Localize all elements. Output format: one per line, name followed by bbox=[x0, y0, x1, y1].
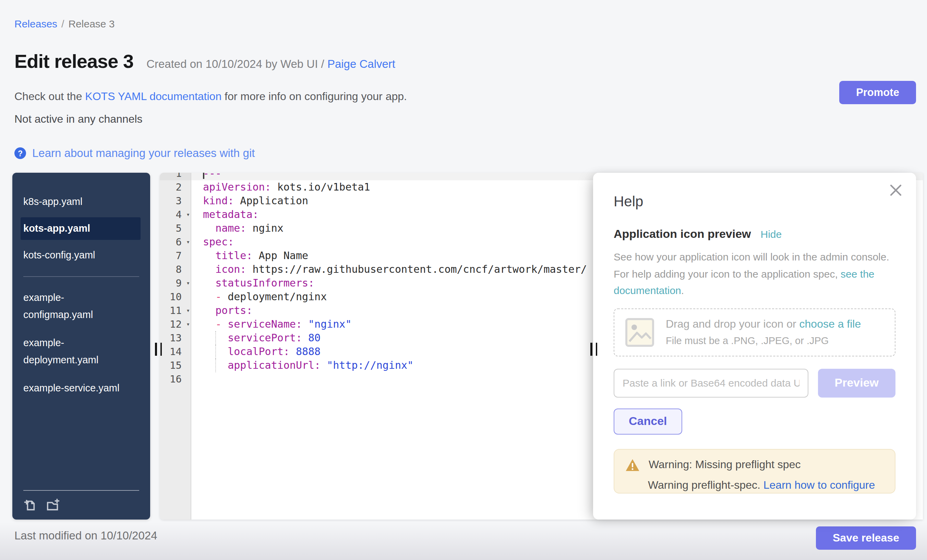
fold-arrow-icon[interactable]: ▾ bbox=[186, 235, 190, 249]
created-info: Created on 10/10/2024 by Web UI / Paige … bbox=[146, 58, 395, 71]
preflight-warning: Warning: Missing preflight spec Warning … bbox=[614, 449, 895, 493]
dropzone-text: Drag and drop your icon or choose a file bbox=[666, 318, 861, 330]
sidebar-resize-handle[interactable] bbox=[155, 343, 162, 356]
hide-link[interactable]: Hide bbox=[761, 228, 782, 240]
line-number-6: 6▾ bbox=[160, 235, 191, 249]
line-number-10: 10 bbox=[160, 290, 191, 304]
breadcrumb-releases-link[interactable]: Releases bbox=[14, 18, 57, 29]
page-title: Edit release 3 bbox=[14, 51, 133, 73]
warning-title: Warning: Missing preflight spec bbox=[649, 458, 801, 471]
breadcrumb-separator: / bbox=[61, 18, 64, 29]
docs-line: Check out the KOTS YAML documentation fo… bbox=[14, 91, 407, 103]
git-releases-link[interactable]: ? Learn about managing your releases wit… bbox=[14, 147, 255, 160]
fold-arrow-icon[interactable]: ▾ bbox=[186, 276, 190, 290]
help-panel-resize-handle[interactable] bbox=[590, 343, 597, 356]
warning-triangle-icon bbox=[625, 458, 640, 471]
line-number-8: 8 bbox=[160, 263, 191, 276]
file-list: k8s-app.yamlkots-app.yamlkots-config.yam… bbox=[12, 173, 150, 402]
question-circle-icon: ? bbox=[14, 147, 26, 159]
file-item-kots-app.yaml[interactable]: kots-app.yaml bbox=[21, 217, 141, 240]
new-folder-icon[interactable] bbox=[46, 498, 60, 511]
fold-arrow-icon[interactable]: ▾ bbox=[186, 208, 190, 222]
line-number-9: 9▾ bbox=[160, 276, 191, 290]
line-number-11: 11▾ bbox=[160, 304, 191, 317]
line-number-14: 14 bbox=[160, 345, 191, 358]
promote-button[interactable]: Promote bbox=[839, 81, 916, 104]
line-number-4: 4▾ bbox=[160, 208, 191, 222]
close-icon[interactable] bbox=[889, 184, 902, 197]
fold-arrow-icon[interactable]: ▾ bbox=[186, 304, 190, 317]
line-number-7: 7 bbox=[160, 249, 191, 263]
line-number-1: 1 bbox=[160, 173, 191, 180]
choose-file-link[interactable]: choose a file bbox=[799, 318, 861, 330]
icon-url-input[interactable] bbox=[614, 369, 808, 397]
cancel-button[interactable]: Cancel bbox=[614, 408, 682, 434]
line-number-13: 13 bbox=[160, 331, 191, 345]
help-title: Help bbox=[614, 193, 895, 210]
warning-detail: Warning preflight-spec. Learn how to con… bbox=[648, 479, 884, 491]
warning-detail-text: Warning preflight-spec. bbox=[648, 479, 763, 490]
line-number-16: 16 bbox=[160, 372, 191, 386]
line-number-15: 15 bbox=[160, 358, 191, 372]
icon-preview-section-title: Application icon preview bbox=[614, 228, 751, 241]
help-panel: Help Application icon preview Hide See h… bbox=[593, 173, 916, 519]
file-item-k8s-app.yaml[interactable]: k8s-app.yaml bbox=[12, 188, 150, 216]
created-author-link[interactable]: Paige Calvert bbox=[327, 58, 395, 70]
created-prefix: Created on 10/10/2024 by Web UI / bbox=[146, 58, 327, 70]
file-item-example-service.yaml[interactable]: example-service.yaml bbox=[12, 374, 150, 402]
new-file-icon[interactable] bbox=[23, 498, 36, 511]
breadcrumb: Releases/Release 3 bbox=[14, 18, 115, 29]
last-modified-text: Last modified on 10/10/2024 bbox=[14, 529, 157, 542]
icon-preview-description: See how your application icon will look … bbox=[614, 249, 895, 299]
file-tree-actions bbox=[23, 490, 139, 511]
file-item-example-deployment.yaml[interactable]: example-deployment.yaml bbox=[12, 329, 150, 374]
icon-dropzone[interactable]: Drag and drop your icon or choose a file… bbox=[614, 308, 895, 356]
file-item-example-configmap.yaml[interactable]: example-configmap.yaml bbox=[12, 284, 150, 329]
git-releases-link-label: Learn about managing your releases with … bbox=[32, 147, 255, 160]
file-item-kots-config.yaml[interactable]: kots-config.yaml bbox=[12, 241, 150, 269]
channel-status: Not active in any channels bbox=[14, 113, 143, 126]
line-number-5: 5 bbox=[160, 222, 191, 235]
text-cursor bbox=[203, 173, 204, 179]
line-number-2: 2 bbox=[160, 180, 191, 194]
dropzone-text-prefix: Drag and drop your icon or bbox=[666, 318, 799, 330]
docs-prefix: Check out the bbox=[14, 91, 85, 102]
breadcrumb-current: Release 3 bbox=[68, 18, 114, 29]
dropzone-filetypes: File must be a .PNG, .JPEG, or .JPG bbox=[666, 335, 861, 346]
description-text: . bbox=[681, 284, 684, 296]
fold-arrow-icon[interactable]: ▾ bbox=[186, 317, 190, 331]
save-release-button[interactable]: Save release bbox=[816, 527, 916, 550]
file-tree-sidebar: k8s-app.yamlkots-app.yamlkots-config.yam… bbox=[12, 173, 150, 519]
line-number-3: 3 bbox=[160, 194, 191, 208]
learn-how-to-configure-link[interactable]: Learn how to configure bbox=[763, 479, 875, 490]
docs-suffix: for more info on configuring your app. bbox=[222, 91, 407, 102]
image-placeholder-icon bbox=[625, 318, 654, 346]
file-list-divider bbox=[23, 276, 139, 277]
kots-yaml-docs-link[interactable]: KOTS YAML documentation bbox=[85, 91, 222, 102]
line-number-12: 12▾ bbox=[160, 317, 191, 331]
preview-button[interactable]: Preview bbox=[818, 369, 895, 397]
